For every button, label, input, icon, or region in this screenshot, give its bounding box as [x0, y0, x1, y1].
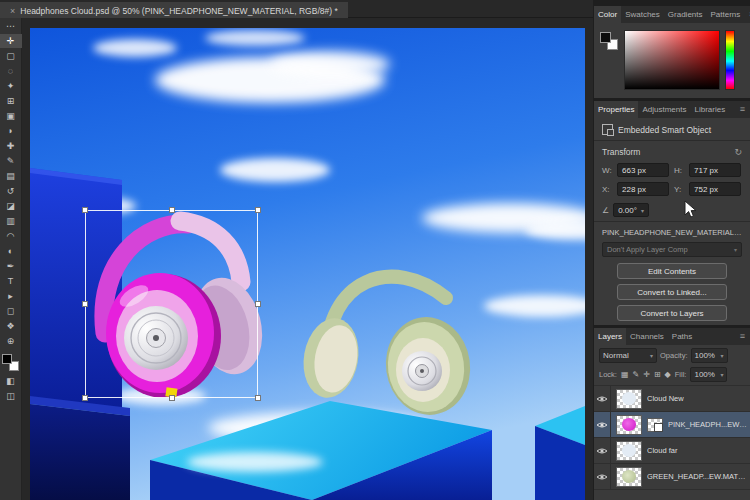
tab-color[interactable]: Color [594, 6, 621, 23]
transform-handle[interactable] [255, 395, 261, 401]
tab-channels[interactable]: Channels [626, 328, 668, 345]
visibility-toggle[interactable] [594, 464, 611, 489]
hand-tool[interactable]: ❖ [0, 319, 22, 333]
blend-mode-row: Normal ▾ Opacity: 100% ▾ [594, 345, 750, 365]
tab-adjustments[interactable]: Adjustments [638, 101, 690, 118]
lock-all-icon[interactable]: ◆ [665, 370, 671, 379]
panel-menu-icon[interactable]: ≡ [744, 6, 750, 23]
fill-select[interactable]: 100% ▾ [690, 367, 727, 382]
tab-gradients[interactable]: Gradients [664, 6, 707, 23]
eye-icon [596, 473, 608, 481]
y-field[interactable]: 752 px [689, 182, 741, 196]
frame-tool[interactable]: ▣ [0, 109, 22, 123]
reset-transform-icon[interactable]: ↻ [734, 147, 742, 157]
hue-slider[interactable] [725, 30, 735, 90]
pen-tool[interactable]: ✒ [0, 259, 22, 273]
foreground-color-swatch[interactable] [2, 354, 12, 364]
lock-artboard-icon[interactable]: ⊞ [654, 370, 661, 379]
type-tool[interactable]: T [0, 274, 22, 288]
layer-name[interactable]: GREEN_HEADP...EW.MATERIAL [647, 472, 750, 481]
panel-menu-icon[interactable]: ≡ [735, 328, 750, 345]
transform-handle[interactable] [82, 395, 88, 401]
dodge-tool[interactable]: ◐ [0, 244, 22, 258]
layer-name[interactable]: Cloud far [647, 446, 750, 455]
lasso-tool[interactable]: ◌ [0, 64, 22, 78]
eye-icon [596, 395, 608, 403]
zoom-tool[interactable]: ⊕ [0, 334, 22, 348]
eraser-tool[interactable]: ◪ [0, 199, 22, 213]
photoshop-app: × Headphones Cloud.psd @ 50% (PINK_HEADP… [0, 0, 750, 500]
healing-brush-tool[interactable]: ✚ [0, 139, 22, 153]
y-label: Y: [674, 185, 684, 194]
gradient-tool[interactable]: ▥ [0, 214, 22, 228]
transform-handle[interactable] [169, 207, 175, 213]
width-field[interactable]: 663 px [617, 163, 669, 177]
edit-contents-button[interactable]: Edit Contents [617, 263, 727, 279]
tab-paths[interactable]: Paths [668, 328, 696, 345]
layer-thumbnail[interactable] [616, 467, 642, 487]
crop-tool[interactable]: ⊞ [0, 94, 22, 108]
shape-tool[interactable]: ◻ [0, 304, 22, 318]
panel-menu-icon[interactable]: ≡ [735, 101, 750, 118]
layer-list: Cloud New PINK_HEADPH...EW_MATERIAL Clou… [594, 386, 750, 490]
layer-thumbnail[interactable] [616, 441, 642, 461]
transform-handle[interactable] [255, 301, 261, 307]
height-field[interactable]: 717 px [689, 163, 741, 177]
transform-handle[interactable] [82, 301, 88, 307]
clone-stamp-tool[interactable]: ▤ [0, 169, 22, 183]
blur-tool[interactable]: ◠ [0, 229, 22, 243]
opacity-value: 100% [695, 351, 715, 360]
visibility-toggle[interactable] [594, 438, 611, 463]
move-tool[interactable]: ✛ [0, 34, 22, 48]
eye-icon [596, 447, 608, 455]
convert-to-layers-button[interactable]: Convert to Layers [617, 305, 727, 321]
layer-row[interactable]: Cloud New [594, 386, 750, 412]
opacity-select[interactable]: 100% ▾ [691, 348, 728, 363]
rotation-value: 0.00° [618, 206, 637, 215]
x-field[interactable]: 228 px [617, 182, 669, 196]
lock-pixels-icon[interactable]: ✎ [633, 370, 640, 379]
layer-row[interactable]: GREEN_HEADP...EW.MATERIAL [594, 464, 750, 490]
color-panel-tabs: Color Swatches Gradients Patterns ≡ [594, 6, 750, 23]
history-brush-tool[interactable]: ↺ [0, 184, 22, 198]
close-tab-icon[interactable]: × [10, 6, 15, 16]
tab-layers[interactable]: Layers [594, 328, 626, 345]
saturation-picker[interactable] [624, 30, 720, 90]
tab-swatches[interactable]: Swatches [621, 6, 664, 23]
chevron-down-icon: ▾ [721, 352, 724, 359]
foreground-color-swatch[interactable] [600, 32, 611, 43]
path-selection-tool[interactable]: ▸ [0, 289, 22, 303]
quick-selection-tool[interactable]: ✦ [0, 79, 22, 93]
transform-handle[interactable] [169, 395, 175, 401]
transform-handle[interactable] [255, 207, 261, 213]
visibility-toggle[interactable] [594, 386, 611, 411]
lock-position-icon[interactable]: ✛ [643, 370, 650, 379]
lock-transparency-icon[interactable]: ▦ [621, 370, 629, 379]
layer-thumbnail[interactable] [616, 415, 642, 435]
transform-handle[interactable] [82, 207, 88, 213]
layer-row[interactable]: Cloud far [594, 438, 750, 464]
eyedropper-tool[interactable]: ◗ [0, 124, 22, 138]
rotation-field[interactable]: 0.00° ▾ [613, 203, 649, 217]
quick-mask-icon[interactable]: ◧ [0, 374, 22, 388]
tab-patterns[interactable]: Patterns [707, 6, 745, 23]
layer-row-selected[interactable]: PINK_HEADPH...EW_MATERIAL [594, 412, 750, 438]
blend-mode-select[interactable]: Normal ▾ [599, 348, 657, 363]
marquee-tool[interactable]: ▢ [0, 49, 22, 63]
foreground-background-swatches[interactable] [2, 354, 19, 371]
layer-name[interactable]: Cloud New [647, 394, 750, 403]
layer-comp-select[interactable]: Don't Apply Layer Comp ▾ [602, 242, 742, 257]
eye-icon [596, 421, 608, 429]
tab-properties[interactable]: Properties [594, 101, 638, 118]
convert-to-linked-button[interactable]: Convert to Linked... [617, 284, 727, 300]
visibility-toggle[interactable] [594, 412, 611, 437]
transform-selection-box[interactable] [85, 210, 258, 398]
color-fg-bg-swatches[interactable] [600, 32, 618, 50]
tab-libraries[interactable]: Libraries [691, 101, 730, 118]
layer-name[interactable]: PINK_HEADPH...EW_MATERIAL [668, 420, 750, 429]
screen-mode-icon[interactable]: ◫ [0, 389, 22, 403]
document-canvas[interactable] [30, 28, 585, 500]
brush-tool[interactable]: ✎ [0, 154, 22, 168]
toolbar-overflow-icon[interactable]: ⋯ [0, 19, 22, 33]
layer-thumbnail[interactable] [616, 389, 642, 409]
